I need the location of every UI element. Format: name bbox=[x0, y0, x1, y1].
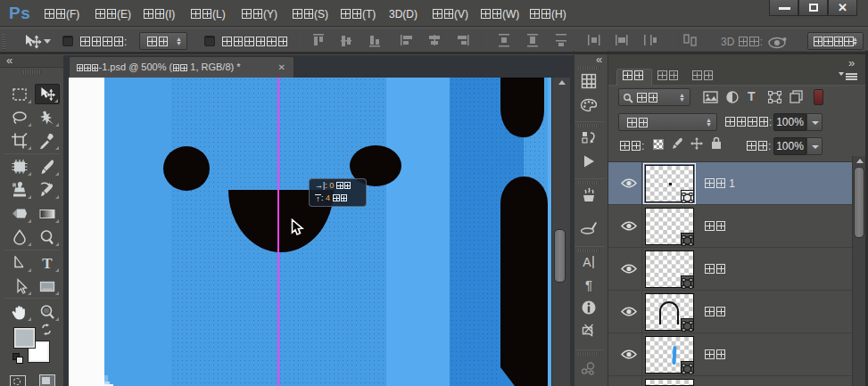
svg-text:A: A bbox=[583, 255, 591, 269]
svg-text:T: T bbox=[42, 254, 53, 271]
svg-text:¶: ¶ bbox=[585, 277, 592, 292]
